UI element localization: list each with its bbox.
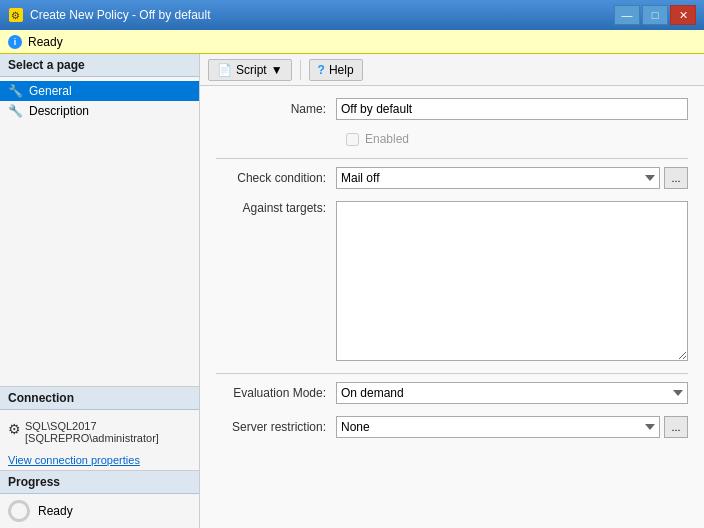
- close-button[interactable]: ✕: [670, 5, 696, 25]
- page-item-general[interactable]: 🔧 General: [0, 81, 199, 101]
- help-button[interactable]: ? Help: [309, 59, 363, 81]
- server-restriction-select[interactable]: None Custom: [336, 416, 660, 438]
- check-condition-ellipsis[interactable]: ...: [664, 167, 688, 189]
- name-label: Name:: [216, 102, 336, 116]
- enabled-checkbox[interactable]: [346, 133, 359, 146]
- help-label: Help: [329, 63, 354, 77]
- page-item-description[interactable]: 🔧 Description: [0, 101, 199, 121]
- app-icon: ⚙: [8, 7, 24, 23]
- against-targets-label: Against targets:: [216, 201, 336, 215]
- connection-header: Connection: [0, 387, 199, 410]
- script-label: Script: [236, 63, 267, 77]
- content-area: Name: Enabled Check condition: Mail off …: [200, 86, 704, 462]
- help-icon: ?: [318, 63, 325, 77]
- minimize-button[interactable]: —: [614, 5, 640, 25]
- select-page-header: Select a page: [0, 54, 199, 77]
- status-bar: i Ready: [0, 30, 704, 54]
- name-input[interactable]: [336, 98, 688, 120]
- toolbar: 📄 Script ▼ ? Help: [200, 54, 704, 86]
- name-row: Name:: [216, 98, 688, 120]
- server-restriction-ellipsis[interactable]: ...: [664, 416, 688, 438]
- divider-2: [216, 373, 688, 374]
- right-panel: 📄 Script ▼ ? Help Name: Enabled: [200, 54, 704, 528]
- view-connection-link[interactable]: View connection properties: [0, 450, 199, 470]
- connection-user: [SQLREPRO\administrator]: [25, 432, 159, 444]
- wrench-icon: 🔧: [8, 84, 23, 98]
- connection-section: Connection ⚙ SQL\SQL2017 [SQLREPRO\admin…: [0, 386, 199, 470]
- page-item-general-label: General: [29, 84, 72, 98]
- server-restriction-control: None Custom ...: [336, 416, 688, 438]
- toolbar-separator: [300, 60, 301, 80]
- check-condition-row: Check condition: Mail off Mail on Custom…: [216, 167, 688, 189]
- main-layout: Select a page 🔧 General 🔧 Description Co…: [0, 54, 704, 528]
- progress-info: Ready: [0, 494, 199, 528]
- maximize-button[interactable]: □: [642, 5, 668, 25]
- description-icon: 🔧: [8, 104, 23, 118]
- svg-text:⚙: ⚙: [11, 10, 20, 21]
- script-button[interactable]: 📄 Script ▼: [208, 59, 292, 81]
- server-restriction-label: Server restriction:: [216, 420, 336, 434]
- status-icon: i: [8, 35, 22, 49]
- progress-section: Progress Ready: [0, 470, 199, 528]
- evaluation-mode-control: On demand On change On schedule: [336, 382, 688, 404]
- window-controls: — □ ✕: [614, 5, 696, 25]
- against-targets-input[interactable]: [336, 201, 688, 361]
- against-targets-row: Against targets:: [216, 201, 688, 361]
- check-condition-control: Mail off Mail on Custom ...: [336, 167, 688, 189]
- left-panel: Select a page 🔧 General 🔧 Description Co…: [0, 54, 200, 528]
- script-dropdown-icon: ▼: [271, 63, 283, 77]
- page-item-description-label: Description: [29, 104, 89, 118]
- server-icon: ⚙: [8, 421, 21, 437]
- connection-info: ⚙ SQL\SQL2017 [SQLREPRO\administrator]: [0, 410, 199, 450]
- progress-header: Progress: [0, 471, 199, 494]
- status-text: Ready: [28, 35, 63, 49]
- enabled-label: Enabled: [365, 132, 409, 146]
- connection-server-name: SQL\SQL2017: [25, 420, 159, 432]
- progress-status: Ready: [38, 504, 73, 518]
- progress-spinner: [8, 500, 30, 522]
- server-restriction-row: Server restriction: None Custom ...: [216, 416, 688, 438]
- script-icon: 📄: [217, 63, 232, 77]
- divider-1: [216, 158, 688, 159]
- enabled-row: Enabled: [346, 132, 688, 146]
- check-condition-select[interactable]: Mail off Mail on Custom: [336, 167, 660, 189]
- evaluation-mode-row: Evaluation Mode: On demand On change On …: [216, 382, 688, 404]
- evaluation-mode-select[interactable]: On demand On change On schedule: [336, 382, 688, 404]
- check-condition-label: Check condition:: [216, 171, 336, 185]
- evaluation-mode-label: Evaluation Mode:: [216, 386, 336, 400]
- title-bar: ⚙ Create New Policy - Off by default — □…: [0, 0, 704, 30]
- page-list: 🔧 General 🔧 Description: [0, 77, 199, 386]
- window-title: Create New Policy - Off by default: [30, 8, 211, 22]
